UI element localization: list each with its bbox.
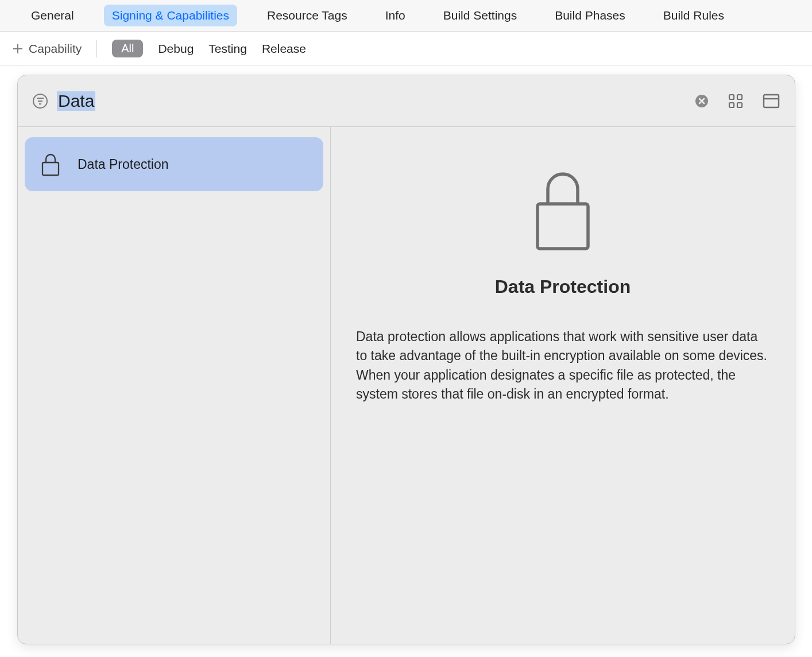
svg-rect-6 <box>42 163 59 175</box>
capability-item-data-protection[interactable]: Data Protection <box>25 137 323 191</box>
clear-search-button[interactable] <box>695 94 709 108</box>
capability-search-input[interactable]: Data <box>57 91 95 111</box>
tab-buildphases[interactable]: Build Phases <box>547 5 633 26</box>
config-debug[interactable]: Debug <box>158 42 194 56</box>
svg-rect-2 <box>737 95 742 99</box>
capability-list: Data Protection <box>18 127 331 644</box>
tab-resource[interactable]: Resource Tags <box>259 5 355 26</box>
svg-rect-4 <box>737 103 742 107</box>
capability-description: Data protection allows applications that… <box>356 327 770 404</box>
capability-picker: Data Data <box>17 75 795 644</box>
tab-info[interactable]: Info <box>377 5 413 26</box>
config-release[interactable]: Release <box>262 42 306 56</box>
separator <box>96 40 97 57</box>
lock-icon <box>41 152 60 177</box>
config-testing[interactable]: Testing <box>208 42 247 56</box>
plus-icon <box>13 44 23 54</box>
add-capability-button[interactable]: Capability <box>13 42 82 56</box>
filter-icon[interactable] <box>33 94 48 109</box>
capability-detail: Data Protection Data protection allows a… <box>331 127 795 644</box>
tab-buildsettings[interactable]: Build Settings <box>435 5 525 26</box>
capability-toolbar: Capability All Debug Testing Release <box>0 32 812 66</box>
add-capability-label: Capability <box>29 42 82 56</box>
capability-item-label: Data Protection <box>78 157 169 172</box>
editor-tab-bar: General Signing & Capabilities Resource … <box>0 0 812 32</box>
capability-title: Data Protection <box>495 276 631 297</box>
grid-view-icon[interactable] <box>728 94 743 109</box>
config-all-pill[interactable]: All <box>112 40 143 57</box>
lock-large-icon <box>534 167 591 253</box>
tab-buildrules[interactable]: Build Rules <box>655 5 732 26</box>
tab-general[interactable]: General <box>23 5 82 26</box>
svg-rect-1 <box>729 95 734 99</box>
capability-picker-header: Data <box>18 75 795 127</box>
svg-rect-5 <box>764 95 779 107</box>
svg-rect-7 <box>538 204 588 249</box>
tab-signing[interactable]: Signing & Capabilities <box>104 5 237 26</box>
svg-rect-3 <box>729 103 734 107</box>
list-view-icon[interactable] <box>763 94 780 109</box>
